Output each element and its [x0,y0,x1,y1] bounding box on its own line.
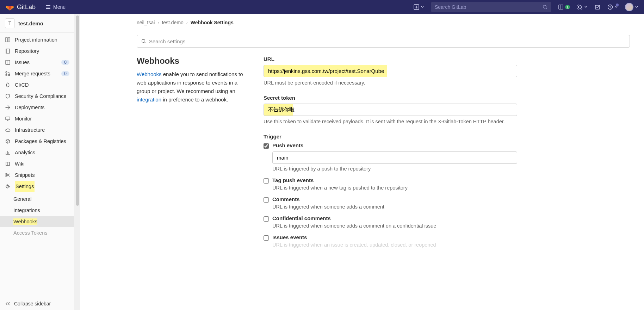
search-icon [141,39,146,44]
checkbox-push-events[interactable] [264,143,269,149]
svg-point-17 [6,173,7,175]
chevron-down-icon [421,5,424,9]
todo-icon [595,4,600,10]
sidebar-item-security[interactable]: Security & Compliance [0,91,74,102]
svg-point-3 [578,5,579,6]
breadcrumb: neil_tsai › test.demo › Webhook Settings [137,20,630,25]
sidebar-item-cicd[interactable]: CI/CD [0,79,74,91]
sidebar-item-merge-requests[interactable]: Merge requests0 [0,68,74,79]
search-input[interactable] [435,4,543,10]
book-icon [5,161,11,167]
section-title: Webhooks [137,56,249,66]
subnav-access-tokens[interactable]: Access Tokens [0,227,74,238]
subnav-integrations[interactable]: Integrations [0,205,74,216]
main-content: neil_tsai › test.demo › Webhook Settings… [80,14,644,310]
shield-icon [5,93,11,99]
trigger-tag-help: URL is triggered when a new tag is pushe… [272,185,517,191]
breadcrumb-separator: › [186,20,188,25]
merge-request-icon [577,4,583,10]
svg-point-12 [6,72,7,73]
checkbox-confidential-comments[interactable] [264,216,269,222]
user-menu[interactable] [625,3,638,11]
breadcrumb-current: Webhook Settings [191,20,234,25]
sidebar-item-monitor[interactable]: Monitor [0,113,74,124]
checkbox-issues-events[interactable] [264,235,269,241]
breadcrumb-link[interactable]: test.demo [162,20,183,25]
cloud-icon [5,127,11,133]
subnav-webhooks[interactable]: Webhooks [0,216,74,227]
svg-rect-9 [6,38,7,42]
sidebar-item-settings[interactable]: Settings [0,181,74,192]
create-new-button[interactable] [414,4,424,10]
search-settings-box[interactable] [137,35,630,48]
trigger-issues-help: URL is triggered when an issue is create… [272,242,517,248]
trigger-confidential-label: Confidential comments [272,215,331,221]
chevron-down-icon [635,5,638,9]
token-input[interactable] [264,104,517,116]
token-label: Secret token [264,95,517,101]
sidebar-item-issues[interactable]: Issues0 [0,57,74,68]
issues-badge: 0 [61,60,69,65]
scissors-icon [5,172,11,178]
checkbox-tag-push[interactable] [264,178,269,184]
issue-icon [5,60,11,65]
svg-point-4 [578,8,579,9]
divider [137,29,630,29]
mr-badge: 0 [61,71,69,76]
svg-point-20 [142,39,145,43]
webhooks-link[interactable]: Webhooks [137,71,162,77]
svg-point-18 [6,175,7,177]
section-description: Webhooks enable you to send notification… [137,70,249,104]
breadcrumb-link[interactable]: neil_tsai [137,20,155,25]
collapse-icon [5,301,11,306]
sidebar-item-wiki[interactable]: Wiki [0,158,74,169]
sidebar-item-deployments[interactable]: Deployments [0,102,74,113]
url-input[interactable] [264,65,517,77]
avatar [625,3,633,11]
rocket-icon [5,82,11,88]
todos-link[interactable] [595,4,600,10]
subnav-general[interactable]: General [0,193,74,205]
integration-link[interactable]: integration [137,97,161,103]
sidebar-item-repository[interactable]: Repository [0,45,74,57]
issues-link[interactable]: 1 [558,4,570,10]
tanuki-icon [6,3,14,11]
sidebar-item-analytics[interactable]: Analytics [0,147,74,158]
push-branch-input[interactable] [272,151,517,164]
top-navbar: GitLab Menu 1 ? [0,0,644,14]
search-settings-input[interactable] [149,38,625,44]
svg-rect-11 [6,60,10,64]
breadcrumb-separator: › [157,20,159,25]
info-icon [5,37,11,43]
trigger-confidential-help: URL is triggered when someone adds a com… [272,223,517,229]
svg-point-19 [7,186,9,187]
svg-rect-16 [6,117,10,120]
collapse-sidebar-button[interactable]: Collapse sidebar [0,297,80,310]
sidebar-item-infrastructure[interactable]: Infrastructure [0,124,74,136]
package-icon [5,138,11,144]
repo-icon [5,48,11,54]
trigger-push-label: Push events [272,142,303,148]
global-search[interactable] [431,2,551,12]
help-link[interactable]: ? [607,4,618,10]
sidebar-item-project-info[interactable]: Project information [0,34,74,45]
trigger-label: Trigger [264,134,517,140]
gitlab-logo[interactable]: GitLab [6,3,36,11]
merge-requests-link[interactable] [577,4,588,10]
sidebar-item-packages[interactable]: Packages & Registries [0,136,74,147]
menu-button[interactable]: Menu [45,4,66,10]
deploy-icon [5,105,11,110]
issue-icon [558,4,564,10]
chevron-down-icon [584,5,588,9]
scrollbar-thumb[interactable] [76,16,79,206]
question-icon: ? [607,4,613,10]
project-name: test.demo [18,20,43,26]
checkbox-comments[interactable] [264,197,269,203]
svg-point-1 [543,5,546,8]
token-help: Use this token to validate received payl… [264,118,517,126]
scrollbar[interactable]: ▴ [74,14,80,310]
svg-rect-10 [8,38,10,42]
project-header[interactable]: T test.demo [0,14,74,33]
sidebar-item-snippets[interactable]: Snippets [0,169,74,181]
svg-rect-2 [559,5,563,9]
